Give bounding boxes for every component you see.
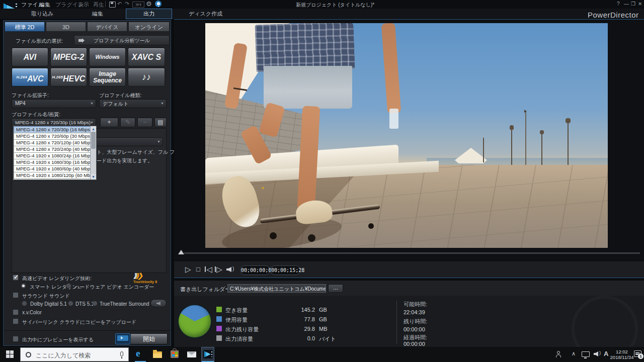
dolby-radio[interactable] — [22, 301, 27, 306]
tab-edit[interactable]: 編集 — [92, 10, 103, 18]
remove-profile-button[interactable]: − — [137, 118, 152, 127]
tab-capture[interactable]: 取り込み — [31, 10, 54, 18]
scroll-up-icon[interactable]: ▲ — [91, 126, 96, 132]
profile-option[interactable]: MPEG-4 1920 x 1080/60p (40 Mbps) — [14, 165, 91, 172]
scroll-down-icon[interactable]: ▼ — [91, 174, 96, 179]
browse-folder-button[interactable]: ... — [328, 284, 343, 293]
profile-details-button[interactable]: ▤ — [154, 118, 167, 127]
seek-bar[interactable] — [184, 252, 640, 254]
format-image-sequence-button[interactable]: Image Sequence — [89, 68, 126, 86]
profile-option[interactable]: MPEG-4 1920 x 1080/24p (16 Mbps) — [14, 152, 91, 159]
taskbar-mail[interactable] — [185, 347, 198, 362]
volume-icon[interactable] — [226, 267, 231, 272]
preview-toggle-icon[interactable] — [115, 333, 130, 344]
profile-option[interactable]: MPEG-4 1920 x 1080/120p (60 Mbps) — [14, 172, 91, 179]
hw-encoder-radio[interactable] — [66, 283, 71, 289]
profile-name-label: プロファイル名/画質: — [12, 111, 60, 118]
legend-produced-label: 出力済容量 — [225, 335, 253, 343]
format-h264-avc-button[interactable]: H.264AVC — [12, 68, 48, 86]
tab-device[interactable]: デバイス — [87, 22, 127, 32]
microphone-icon[interactable] — [120, 351, 123, 356]
next-frame-button[interactable]: ▷ — [216, 265, 222, 274]
tab-disc[interactable]: ディスク作成 — [189, 10, 222, 18]
redo-icon[interactable]: ↷ — [125, 1, 129, 7]
minimize-button[interactable]: — — [624, 1, 629, 7]
format-windows-media-button[interactable]: Windows Media — [89, 48, 126, 66]
tray-clock[interactable]: 12:02 2018/11/34 — [610, 349, 634, 360]
xvcolor-checkbox[interactable] — [13, 309, 19, 315]
surround-test-button[interactable] — [150, 299, 167, 307]
profile-option[interactable]: MPEG-4 644 x 362/60p (30 Mbps) — [14, 133, 91, 139]
menu-view[interactable]: 表示 — [78, 1, 89, 9]
tab-produce[interactable]: 出力 — [126, 9, 172, 19]
taskbar-explorer[interactable] — [151, 347, 164, 362]
profile-type-select[interactable]: デフォルト — [99, 99, 167, 108]
start-button-icon[interactable] — [6, 350, 14, 358]
format-h265-hevc-button[interactable]: H.265HEVC — [50, 68, 87, 86]
network-display-icon[interactable] — [582, 351, 590, 357]
extension-select[interactable]: MP4 — [12, 99, 96, 108]
taskbar-store[interactable] — [168, 347, 181, 362]
profile-dropdown-list: MPEG-4 644 x 362/30p (16 Mbps) MPEG-4 1… — [13, 126, 97, 180]
search-placeholder: ここに入力して検索 — [36, 351, 91, 360]
smart-render-radio[interactable] — [21, 283, 26, 289]
seek-thumb[interactable] — [178, 250, 184, 254]
elapsed-time-label: 経過時間: — [404, 334, 427, 341]
tab-standard-2d[interactable]: 標準 2D — [5, 22, 45, 32]
profile-option[interactable]: MPEG-4 644 x 362/30p (16 Mbps) — [14, 126, 91, 133]
menu-edit[interactable]: 編集 — [39, 1, 50, 9]
menu-play[interactable]: 再生 — [93, 1, 104, 9]
truetheater-radio[interactable] — [92, 301, 98, 306]
tab-online[interactable]: オンライン — [128, 22, 170, 32]
previous-frame-button[interactable]: ◁ — [206, 265, 212, 274]
scroll-thumb[interactable] — [91, 132, 96, 149]
legend-used-unit: GB — [319, 316, 327, 322]
total-timecode: 00;00;15;28 — [271, 265, 300, 275]
mail-icon — [187, 351, 196, 357]
export-folder-path[interactable]: C:¥Users¥株式会社ユニットコム¥Documents¥CyberLink¥… — [227, 284, 326, 293]
aspect-ratio-select[interactable]: 16:9 — [132, 2, 144, 8]
profile-option[interactable]: MPEG-4 1920 x 1080/30p (16 Mbps) — [14, 159, 91, 165]
taskbar-edge[interactable]: e — [134, 347, 147, 362]
surround-checkbox[interactable] — [13, 292, 19, 298]
ime-indicator[interactable]: A — [604, 350, 608, 357]
notification-bell-icon[interactable] — [155, 1, 162, 7]
storage-divider — [396, 301, 397, 344]
taskbar-powerdirector[interactable] — [201, 347, 214, 362]
fast-render-checkbox[interactable] — [13, 275, 19, 281]
close-button[interactable]: ✕ — [638, 1, 642, 7]
current-timecode: 00;00;00;00 — [240, 265, 270, 275]
list-scrollbar[interactable]: ▲ ▼ — [90, 126, 96, 179]
tray-volume-icon[interactable] — [594, 351, 598, 356]
restore-button[interactable]: ❐ — [631, 1, 635, 7]
taskbar-search[interactable]: ここに入力して検索 — [20, 347, 129, 361]
edit-profile-button[interactable]: ✎ — [120, 118, 135, 127]
add-profile-button[interactable]: + — [100, 118, 118, 127]
taskbar: ここに入力して検索 e — [0, 347, 644, 362]
profile-option[interactable]: MPEG-4 644 x 362/240p (40 Mbps) — [14, 146, 91, 152]
possible-time-value: 22:04:39 — [404, 309, 425, 315]
action-center-icon[interactable]: 1 — [634, 350, 641, 357]
legend-produced-unit: バイト — [319, 335, 336, 343]
undo-icon[interactable]: ↶ — [117, 1, 122, 7]
format-avi-button[interactable]: AVI — [12, 48, 48, 66]
help-button[interactable]: ? — [617, 1, 620, 7]
format-mpeg2-button[interactable]: MPEG-2 — [50, 48, 87, 66]
format-audio-button[interactable]: ♪♪ — [128, 68, 165, 86]
format-xavcs-button[interactable]: XAVC S — [128, 48, 165, 66]
preview-during-checkbox[interactable] — [13, 336, 19, 342]
play-button[interactable]: ▷ — [185, 265, 191, 274]
dts-radio[interactable] — [68, 301, 73, 306]
stop-button[interactable]: □ — [196, 265, 200, 273]
video-preview[interactable] — [205, 23, 608, 248]
start-button[interactable]: 開始 — [130, 333, 168, 344]
panel-divider — [4, 330, 171, 331]
profile-analyzer-button[interactable]: プロファイル分析ツール — [74, 35, 170, 45]
tray-chevron-icon[interactable]: ∧ — [572, 350, 576, 357]
gear-icon[interactable]: ⚙ — [146, 0, 152, 8]
people-icon[interactable] — [555, 351, 562, 358]
tab-3d[interactable]: 3D — [46, 22, 86, 32]
cloud-upload-checkbox[interactable] — [13, 318, 19, 324]
profile-option[interactable]: MPEG-4 644 x 362/120p (40 Mbps) — [14, 139, 91, 146]
save-icon[interactable] — [109, 2, 116, 8]
